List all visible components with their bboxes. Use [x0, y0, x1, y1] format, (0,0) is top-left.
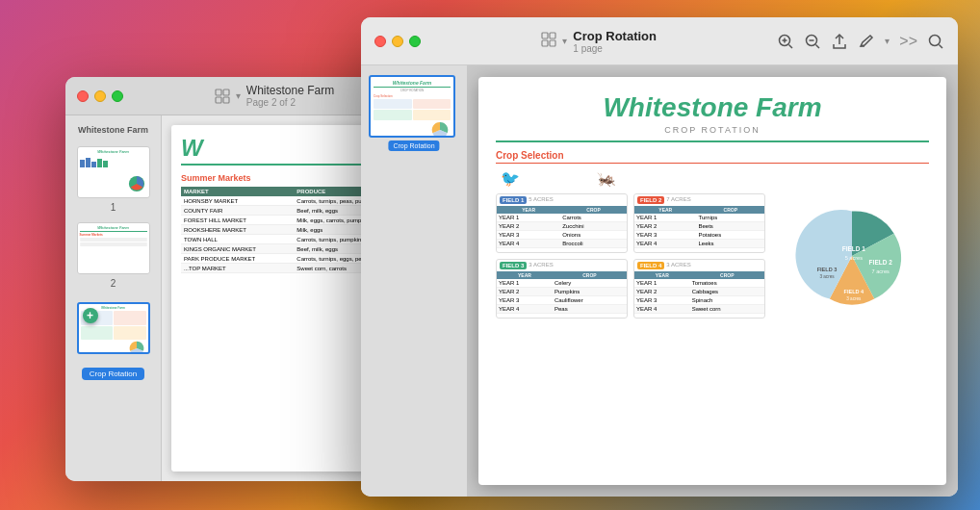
share-icon[interactable] [831, 33, 848, 50]
table-row: YEAR 4Peas [497, 305, 627, 314]
front-minimize-button[interactable] [392, 36, 403, 47]
pie-field1-label: FIELD 1 [842, 245, 866, 252]
pie-field3-acres: 3 acres [846, 296, 862, 301]
table-row: YEAR 3Cauliflower [497, 296, 627, 305]
thumbnail-3[interactable]: + Whitestone Farm [71, 302, 155, 380]
front-window-title: Crop Rotation [573, 29, 657, 43]
pen-chevron[interactable]: ▾ [885, 36, 890, 46]
table-row: YEAR 1Turnips [634, 214, 764, 222]
field-1-table: YEARCROP YEAR 1Carrots YEAR 2Zucchini YE… [497, 206, 627, 248]
table-row: YEAR 4Broccoli [497, 240, 627, 248]
pie-field1-acres: 5 acres [845, 255, 863, 261]
back-window-subtitle: Page 2 of 2 [246, 97, 296, 108]
field-4-acres: 3 ACRES [666, 262, 690, 269]
front-toolbar: ▾ >> [777, 33, 944, 50]
svg-rect-0 [216, 89, 221, 95]
front-thumb-item[interactable]: Whitestone Farm CROP ROTATION Crop Selec… [369, 75, 459, 138]
zoom-out-icon[interactable] [804, 33, 821, 50]
pie-field2-acres: 7 acres [872, 268, 890, 274]
front-titlebar: ▾ Crop Rotation 1 page [361, 17, 958, 65]
front-traffic-lights [374, 36, 421, 47]
svg-line-19 [940, 44, 943, 48]
table-row: YEAR 4Leeks [634, 240, 764, 248]
field-1-acres: 5 ACRES [529, 196, 553, 204]
front-search-icon[interactable] [927, 33, 944, 50]
field-2-label: FIELD 2 [637, 196, 664, 204]
front-thumb: Whitestone Farm CROP ROTATION Crop Selec… [369, 75, 455, 138]
crop-icons-row: 🐦 🦗 [496, 169, 929, 188]
pen-icon[interactable] [858, 33, 875, 50]
thumb-frame-3: + Whitestone Farm [77, 302, 150, 354]
add-icon[interactable]: + [83, 308, 98, 323]
maximize-button[interactable] [112, 90, 123, 102]
front-window-body: Whitestone Farm CROP ROTATION Crop Selec… [361, 65, 958, 497]
thumbnail-sidebar: Whitestone Farm Whitestone Farm [65, 115, 162, 481]
pie-chart-container: FIELD 1 5 acres FIELD 2 7 acres FIELD 4 … [775, 193, 929, 319]
crop-icon-1: 🐦 [501, 169, 520, 188]
table-row: YEAR 1Celery [497, 279, 627, 288]
zoom-in-icon[interactable] [777, 33, 794, 50]
front-close-button[interactable] [374, 36, 386, 47]
traffic-lights [77, 90, 123, 102]
col-market: MARKET [181, 187, 294, 196]
pie-field4-label: FIELD 3 [817, 267, 838, 272]
table-row: YEAR 1Tomatoes [634, 279, 764, 288]
front-thumbnail-sidebar: Whitestone Farm CROP ROTATION Crop Selec… [361, 65, 467, 497]
svg-rect-2 [216, 97, 221, 103]
pie-field3-label: FIELD 4 [843, 289, 864, 294]
front-maximize-button[interactable] [409, 36, 421, 47]
svg-rect-7 [550, 33, 555, 38]
field-2-table: YEARCROP YEAR 1Turnips YEAR 2Beets YEAR … [634, 206, 764, 248]
table-row: YEAR 4Sweet corn [634, 305, 764, 314]
field-1-label: FIELD 1 [500, 196, 527, 204]
front-window: ▾ Crop Rotation 1 page [361, 17, 958, 497]
thumbnail-2[interactable]: Whitestone Farm Summer Markets 2 [71, 222, 155, 289]
doc-divider [496, 140, 929, 142]
fields-layout: FIELD 1 5 ACRES YEARCROP YEAR 1Carrots Y… [496, 193, 929, 319]
table-row: YEAR 1Carrots [497, 214, 627, 222]
thumb-label-2: 2 [111, 278, 116, 289]
document-page: Whitestone Farm CROP ROTATION Crop Selec… [478, 77, 946, 485]
field-3-label: FIELD 3 [500, 262, 527, 269]
view-icon [215, 89, 230, 104]
field-4-table: YEARCROP YEAR 1Tomatoes YEAR 2Cabbages Y… [634, 271, 764, 314]
field-3-acres: 3 ACRES [529, 262, 553, 269]
close-button[interactable] [77, 90, 89, 102]
table-row: YEAR 3Spinach [634, 296, 764, 305]
pie-field4-acres: 3 acres [819, 274, 835, 279]
field-2: FIELD 2 7 ACRES YEARCROP YEAR 1Turnips Y… [633, 193, 765, 253]
svg-rect-8 [542, 40, 548, 46]
overflow-icon[interactable]: >> [899, 33, 917, 50]
svg-point-18 [930, 35, 941, 45]
field-3-table: YEARCROP YEAR 1Celery YEAR 2Pumpkins YEA… [497, 271, 627, 314]
field-4-label: FIELD 4 [637, 262, 664, 269]
svg-rect-6 [542, 33, 548, 38]
sidebar-label: Whitestone Farm [71, 125, 155, 135]
front-view-chevron[interactable]: ▾ [562, 36, 567, 46]
table-row: YEAR 3Onions [497, 231, 627, 240]
svg-line-15 [816, 44, 820, 48]
fields-grid: FIELD 1 5 ACRES YEARCROP YEAR 1Carrots Y… [496, 193, 765, 319]
thumb-frame-2: Whitestone Farm Summer Markets [77, 222, 150, 274]
chevron-down-icon: ▾ [236, 90, 241, 101]
thumb-3-badge: Crop Rotation [82, 368, 144, 380]
doc-title: Whitestone Farm [496, 92, 929, 123]
back-window-title: Whitestone Farm [246, 84, 334, 97]
pie-chart: FIELD 1 5 acres FIELD 2 7 acres FIELD 4 … [780, 193, 924, 319]
svg-line-11 [789, 44, 793, 48]
front-titlebar-center: ▾ Crop Rotation 1 page [428, 29, 769, 54]
thumbnail-1[interactable]: Whitestone Farm [71, 146, 155, 213]
thumb-label-1: 1 [111, 202, 116, 213]
doc-section-title: Crop Selection [496, 150, 929, 164]
field-1: FIELD 1 5 ACRES YEARCROP YEAR 1Carrots Y… [496, 193, 628, 253]
table-row: YEAR 2Pumpkins [497, 288, 627, 296]
table-row: YEAR 3Potatoes [634, 231, 764, 240]
svg-rect-3 [223, 97, 229, 103]
crop-icon-2: 🦗 [597, 169, 616, 188]
front-thumb-badge: Crop Rotation [388, 140, 439, 151]
minimize-button[interactable] [94, 90, 106, 102]
field-4: FIELD 4 3 ACRES YEARCROP YEAR 1Tomatoes … [633, 259, 765, 319]
table-row: YEAR 2Beets [634, 222, 764, 231]
front-view-icon [541, 32, 556, 51]
front-main-area: Whitestone Farm CROP ROTATION Crop Selec… [467, 65, 958, 497]
